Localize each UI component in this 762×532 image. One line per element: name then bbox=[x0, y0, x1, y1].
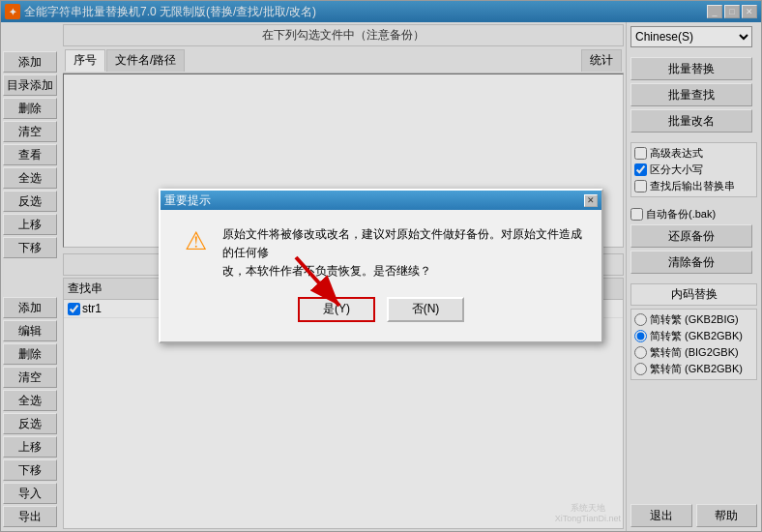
dialog-buttons: 是(Y) 否(N) bbox=[180, 297, 582, 322]
no-button[interactable]: 否(N) bbox=[387, 297, 464, 322]
yes-button[interactable]: 是(Y) bbox=[298, 297, 375, 322]
dialog-title-bar: 重要提示 ✕ bbox=[161, 191, 601, 210]
main-window: ✦ 全能字符串批量替换机7.0 无限制版(替换/查找/批取/改名) _ □ ✕ … bbox=[0, 0, 762, 532]
dialog-message: 原始文件将被修改或改名，建议对原始文件做好备份。对原始文件造成的任何修 改，本软… bbox=[222, 225, 582, 281]
warning-icon: ⚠ bbox=[180, 225, 211, 256]
warning-dialog: 重要提示 ✕ ⚠ 原始文件将被修改或改名，建议对原始文件做好备份。对原始文件造成… bbox=[159, 189, 603, 343]
dialog-message-line2: 改，本软件作者不负责恢复。是否继续？ bbox=[222, 264, 431, 278]
dialog-close-button[interactable]: ✕ bbox=[584, 194, 598, 207]
dialog-body: ⚠ 原始文件将被修改或改名，建议对原始文件做好备份。对原始文件造成的任何修 改，… bbox=[161, 210, 601, 334]
dialog-overlay: 重要提示 ✕ ⚠ 原始文件将被修改或改名，建议对原始文件做好备份。对原始文件造成… bbox=[1, 1, 761, 531]
dialog-message-line1: 原始文件将被修改或改名，建议对原始文件做好备份。对原始文件造成的任何修 bbox=[222, 227, 582, 259]
dialog-title: 重要提示 bbox=[164, 192, 211, 209]
dialog-content: ⚠ 原始文件将被修改或改名，建议对原始文件做好备份。对原始文件造成的任何修 改，… bbox=[180, 225, 582, 281]
